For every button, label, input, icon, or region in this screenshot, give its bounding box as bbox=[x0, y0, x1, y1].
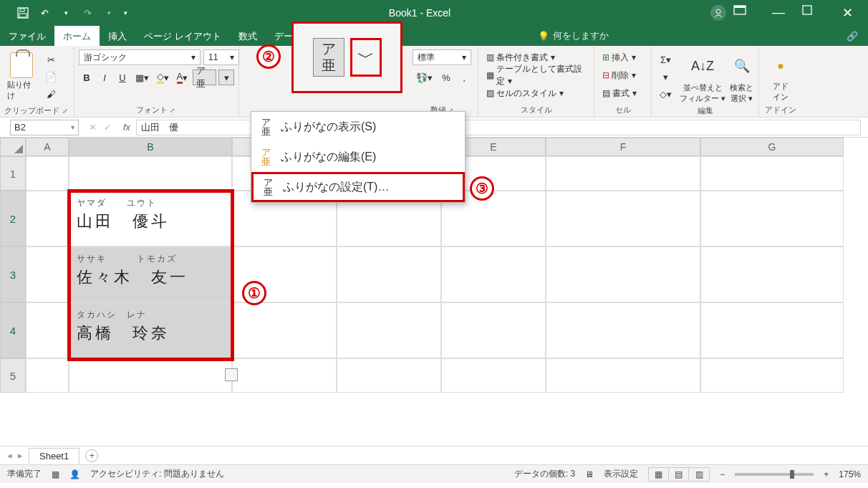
zoom-slider[interactable] bbox=[735, 473, 814, 476]
zoom-level[interactable]: 175% bbox=[839, 469, 861, 479]
redo-icon[interactable]: ↷ bbox=[79, 4, 96, 21]
name-box[interactable]: B2▾ bbox=[10, 120, 79, 135]
furigana-edit-item[interactable]: ア亜 ふりがなの編集(E) bbox=[251, 142, 465, 172]
autosum-button[interactable]: Σ▾ bbox=[656, 52, 675, 67]
cell[interactable] bbox=[26, 302, 69, 358]
cell[interactable] bbox=[337, 358, 441, 393]
display-settings-icon[interactable]: 🖥 bbox=[585, 469, 594, 479]
tab-insert[interactable]: 挿入 bbox=[100, 26, 135, 46]
furigana-settings-item[interactable]: ア亜 ふりがなの設定(T)… bbox=[251, 172, 465, 202]
percent-button[interactable]: % bbox=[438, 70, 454, 85]
font-launcher-icon[interactable]: ⤢ bbox=[170, 107, 177, 114]
tab-file[interactable]: ファイル bbox=[0, 26, 54, 46]
col-header-G[interactable]: G bbox=[700, 138, 844, 156]
addin-button[interactable]: ● アド イン bbox=[773, 51, 789, 102]
insert-function-button[interactable]: fx bbox=[117, 122, 136, 133]
cell[interactable] bbox=[441, 302, 546, 358]
zoom-in-button[interactable]: + bbox=[824, 469, 829, 479]
cell[interactable] bbox=[546, 302, 700, 358]
format-as-table-button[interactable]: ▦ テーブルとして書式設定 ▾ bbox=[483, 67, 590, 83]
clear-button[interactable]: ◇▾ bbox=[656, 86, 675, 102]
close-icon[interactable]: ✕ bbox=[836, 5, 858, 21]
cell[interactable] bbox=[69, 358, 232, 393]
cell[interactable] bbox=[700, 302, 844, 358]
cell[interactable] bbox=[546, 156, 700, 191]
sheet-tab[interactable]: Sheet1 bbox=[29, 448, 79, 464]
paste-options-icon[interactable] bbox=[225, 368, 238, 381]
row-header-1[interactable]: 1 bbox=[0, 156, 26, 191]
furigana-button[interactable]: ア亜 bbox=[193, 70, 216, 85]
maximize-icon[interactable] bbox=[802, 5, 824, 21]
sheet-nav-prev-icon[interactable]: ◂ bbox=[7, 450, 12, 461]
cell[interactable] bbox=[337, 247, 441, 302]
clipboard-launcher-icon[interactable]: ⤢ bbox=[62, 107, 69, 115]
undo-icon[interactable]: ↶ bbox=[36, 4, 53, 21]
row-header-4[interactable]: 4 bbox=[0, 302, 26, 358]
select-all-corner[interactable] bbox=[0, 138, 26, 156]
tab-page-layout[interactable]: ページ レイアウト bbox=[135, 26, 230, 46]
qat-customize-icon[interactable]: ▾ bbox=[122, 4, 129, 21]
cell[interactable] bbox=[546, 358, 700, 393]
cell[interactable] bbox=[441, 247, 546, 302]
border-button[interactable]: ▦▾ bbox=[132, 70, 152, 85]
cell-B3[interactable]: ササキ トモカズ 佐々木 友一 bbox=[69, 247, 232, 302]
row-header-3[interactable]: 3 bbox=[0, 247, 26, 302]
copy-button[interactable]: 📄 bbox=[42, 69, 60, 85]
cell[interactable] bbox=[700, 358, 844, 393]
font-name-combo[interactable]: 游ゴシック▾ bbox=[79, 49, 201, 65]
format-cells-button[interactable]: ▤ 書式 ▾ bbox=[599, 85, 647, 101]
comma-button[interactable]: , bbox=[456, 70, 472, 85]
cell[interactable] bbox=[232, 302, 337, 358]
find-select-button[interactable]: 🔍 検索と 選択 ▾ bbox=[730, 49, 753, 104]
insert-cells-button[interactable]: ⊞ 挿入 ▾ bbox=[599, 49, 647, 65]
cell-B2[interactable]: ヤマダ ユウト 山田 優斗 bbox=[69, 191, 232, 247]
furigana-dropdown-button[interactable]: ▾ bbox=[218, 70, 234, 85]
cell[interactable] bbox=[26, 191, 69, 247]
accessibility-icon[interactable]: 👤 bbox=[69, 469, 80, 479]
cell-styles-button[interactable]: ▧ セルのスタイル ▾ bbox=[483, 85, 590, 101]
zoom-out-button[interactable]: − bbox=[720, 469, 725, 479]
underline-button[interactable]: U bbox=[115, 70, 130, 85]
redo-dropdown-icon[interactable]: ▾ bbox=[100, 4, 117, 21]
page-layout-view-button[interactable]: ▤ bbox=[669, 468, 689, 481]
normal-view-button[interactable]: ▦ bbox=[649, 468, 669, 481]
number-format-combo[interactable]: 標準▾ bbox=[413, 49, 471, 65]
tell-me-search[interactable]: 💡 何をしますか bbox=[531, 26, 616, 46]
font-color-button[interactable]: A▾ bbox=[174, 70, 191, 85]
furigana-show-item[interactable]: ア亜 ふりがなの表示(S) bbox=[251, 112, 465, 142]
ribbon-display-icon[interactable] bbox=[733, 5, 755, 21]
status-display[interactable]: 表示設定 bbox=[604, 468, 638, 480]
cell-B4[interactable]: タカハシ レナ 高橋 玲奈 bbox=[69, 302, 232, 358]
cell[interactable] bbox=[232, 358, 337, 393]
share-button[interactable]: 🔗 bbox=[836, 26, 868, 46]
cut-button[interactable]: ✂ bbox=[42, 52, 60, 67]
font-size-combo[interactable]: 11▾ bbox=[203, 49, 239, 65]
formula-input[interactable]: 山田 優 bbox=[136, 120, 861, 135]
row-header-2[interactable]: 2 bbox=[0, 191, 26, 247]
col-header-B[interactable]: B bbox=[69, 138, 232, 156]
italic-button[interactable]: I bbox=[97, 70, 112, 85]
format-painter-button[interactable]: 🖌 bbox=[42, 86, 60, 102]
cell[interactable] bbox=[69, 156, 232, 191]
sheet-nav-next-icon[interactable]: ▸ bbox=[18, 450, 23, 461]
tab-home[interactable]: ホーム bbox=[54, 26, 100, 46]
cell[interactable] bbox=[700, 191, 844, 247]
account-avatar[interactable] bbox=[710, 5, 726, 21]
cell[interactable] bbox=[700, 247, 844, 302]
cell[interactable] bbox=[546, 247, 700, 302]
cell[interactable] bbox=[26, 247, 69, 302]
cell[interactable] bbox=[26, 358, 69, 393]
accounting-format-button[interactable]: 💱▾ bbox=[413, 70, 436, 85]
save-icon[interactable] bbox=[14, 4, 32, 21]
macro-recorder-icon[interactable]: ▦ bbox=[52, 469, 59, 479]
cell[interactable] bbox=[26, 156, 69, 191]
row-header-5[interactable]: 5 bbox=[0, 358, 26, 393]
enter-icon[interactable]: ✓ bbox=[104, 122, 112, 133]
minimize-icon[interactable]: — bbox=[768, 5, 789, 21]
fill-color-button[interactable]: ◇▾ bbox=[154, 70, 172, 85]
delete-cells-button[interactable]: ⊟ 削除 ▾ bbox=[599, 67, 647, 83]
cell[interactable] bbox=[546, 191, 700, 247]
col-header-A[interactable]: A bbox=[26, 138, 69, 156]
add-sheet-button[interactable]: + bbox=[85, 449, 98, 462]
cell[interactable] bbox=[700, 156, 844, 191]
